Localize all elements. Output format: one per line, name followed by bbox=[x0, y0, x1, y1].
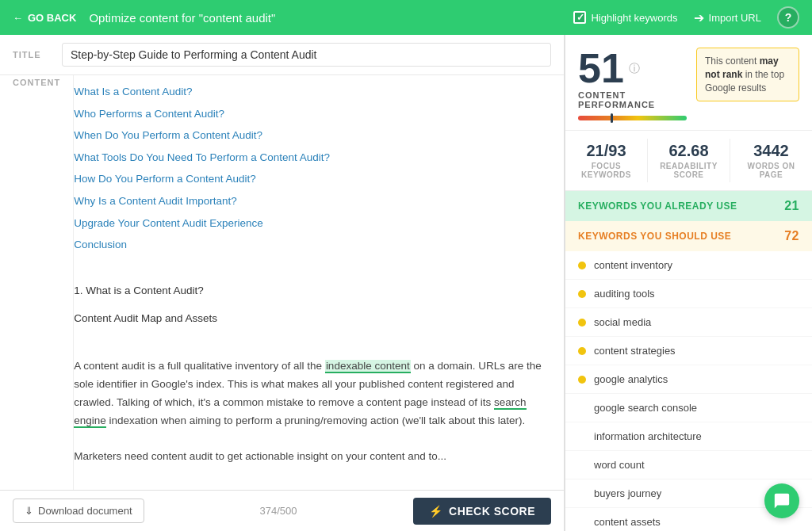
performance-panel: 51 ⓘ CONTENT PERFORMANCE This content ma… bbox=[565, 35, 812, 531]
keyword-dot bbox=[578, 347, 586, 355]
keyword-item: content strategies bbox=[565, 337, 812, 365]
keyword-dot bbox=[578, 404, 586, 412]
keyword-dot bbox=[578, 518, 586, 526]
import-url-button[interactable]: ➔ Import URL bbox=[694, 10, 761, 25]
keyword-item: word count bbox=[565, 451, 812, 479]
info-icon: ⓘ bbox=[629, 63, 640, 74]
question-mark-icon: ? bbox=[785, 11, 792, 24]
title-input[interactable] bbox=[62, 43, 551, 67]
keyword-text: buyers journey bbox=[594, 487, 661, 499]
content-field-label: CONTENT bbox=[0, 75, 73, 490]
download-icon: ⇓ bbox=[25, 505, 33, 517]
page-title: Optimize content for "content audit" bbox=[89, 11, 561, 25]
content-line: What Is a Content Audit? bbox=[74, 83, 554, 101]
stat-words: 3442 WORDS ON PAGE bbox=[730, 139, 812, 182]
words-label: WORDS ON PAGE bbox=[737, 162, 806, 179]
keywords-already-count: 21 bbox=[784, 199, 799, 213]
keyword-text: auditing tools bbox=[594, 288, 655, 300]
content-line: When Do You Perform a Content Audit? bbox=[74, 127, 554, 144]
download-label: Download document bbox=[38, 505, 132, 517]
app-header: ← GO BACK Optimize content for "content … bbox=[0, 0, 812, 35]
check-score-label: CHECK SCORE bbox=[449, 505, 535, 518]
header-actions: ✓ Highlight keywords ➔ Import URL ? bbox=[573, 6, 799, 29]
keyword-text: google search console bbox=[594, 402, 697, 414]
focus-keywords-value: 21/93 bbox=[572, 142, 641, 160]
score-indicator bbox=[611, 113, 613, 123]
score-label: CONTENT PERFORMANCE bbox=[578, 90, 687, 109]
title-field-label: TITLE bbox=[13, 50, 52, 59]
keyword-dot bbox=[578, 376, 586, 384]
keyword-item: google analytics bbox=[565, 365, 812, 394]
chat-icon bbox=[773, 492, 791, 510]
keyword-dot bbox=[578, 433, 586, 441]
import-url-label: Import URL bbox=[709, 12, 761, 24]
keyword-dot bbox=[578, 490, 586, 498]
signal-icon: ⚡ bbox=[429, 505, 443, 518]
score-warning: This content may not rank in the top Goo… bbox=[696, 48, 799, 101]
editor-panel: TITLE CONTENT What Is a Content Audit? W… bbox=[0, 35, 565, 531]
keyword-text: content assets bbox=[594, 516, 661, 528]
content-line: Upgrade Your Content Audit Experience bbox=[74, 215, 554, 232]
keyword-text: google analytics bbox=[594, 373, 668, 385]
content-line: What Tools Do You Need To Perform a Cont… bbox=[74, 149, 554, 166]
go-back-button[interactable]: ← GO BACK bbox=[13, 12, 76, 24]
keyword-text: content inventory bbox=[594, 259, 672, 271]
keyword-item: auditing tools bbox=[565, 280, 812, 308]
readability-value: 62.68 bbox=[654, 142, 723, 160]
chat-bubble-button[interactable] bbox=[764, 483, 799, 518]
word-count-display: 374/500 bbox=[154, 505, 404, 517]
words-value: 3442 bbox=[737, 142, 806, 160]
keyword-text: word count bbox=[594, 459, 645, 471]
content-line: Conclusion bbox=[74, 236, 554, 254]
score-details: 51 ⓘ CONTENT PERFORMANCE bbox=[578, 48, 687, 120]
title-prefix: Optimize content for bbox=[89, 11, 195, 25]
keyword-item: information architecture bbox=[565, 422, 812, 451]
score-value: 51 bbox=[578, 48, 624, 89]
keyword-item: google search console bbox=[565, 394, 812, 422]
keywords-should-count: 72 bbox=[784, 229, 799, 243]
content-row: CONTENT What Is a Content Audit? Who Per… bbox=[0, 75, 564, 490]
keyword-item: social media bbox=[565, 308, 812, 337]
title-keyword: "content audit" bbox=[199, 11, 276, 25]
keywords-should-title: KEYWORDS YOU SHOULD USE bbox=[578, 231, 731, 242]
keyword-text: information architecture bbox=[594, 430, 702, 442]
content-paragraph: Marketers need content audit to get acti… bbox=[74, 448, 554, 466]
keywords-should-header: KEYWORDS YOU SHOULD USE 72 bbox=[565, 221, 812, 251]
import-icon: ➔ bbox=[694, 10, 704, 25]
keywords-already-title: KEYWORDS YOU ALREADY USE bbox=[578, 201, 737, 212]
title-row: TITLE bbox=[0, 35, 564, 75]
highlight-keywords-label: Highlight keywords bbox=[591, 12, 677, 24]
score-progress-bar bbox=[578, 116, 687, 120]
keyword-dot bbox=[578, 262, 586, 269]
keywords-already-header: KEYWORDS YOU ALREADY USE 21 bbox=[565, 191, 812, 221]
download-button[interactable]: ⇓ Download document bbox=[13, 499, 144, 523]
stat-focus-keywords: 21/93 FOCUS KEYWORDS bbox=[565, 139, 648, 182]
content-paragraph: A content audit is a full qualitative in… bbox=[74, 357, 554, 430]
content-line: Content Audit Map and Assets bbox=[74, 310, 554, 327]
focus-keywords-label: FOCUS KEYWORDS bbox=[572, 162, 641, 179]
go-back-label: GO BACK bbox=[28, 12, 76, 24]
score-section: 51 ⓘ CONTENT PERFORMANCE This content ma… bbox=[565, 35, 812, 131]
score-display: 51 ⓘ bbox=[578, 48, 687, 89]
help-button[interactable]: ? bbox=[777, 6, 799, 29]
content-line: Who Performs a Content Audit? bbox=[74, 105, 554, 123]
keyword-dot bbox=[578, 461, 586, 469]
keyword-dot bbox=[578, 290, 586, 298]
readability-label: READABILITY SCORE bbox=[654, 162, 723, 179]
content-editor[interactable]: What Is a Content Audit? Who Performs a … bbox=[73, 75, 564, 490]
content-line: How Do You Perform a Content Audit? bbox=[74, 170, 554, 188]
check-score-button[interactable]: ⚡ CHECK SCORE bbox=[413, 498, 551, 525]
checkbox-icon: ✓ bbox=[573, 11, 586, 24]
keyword-item: content inventory bbox=[565, 251, 812, 280]
content-line: 1. What is a Content Audit? bbox=[74, 282, 554, 300]
highlight-keywords-toggle[interactable]: ✓ Highlight keywords bbox=[573, 11, 677, 24]
keyword-dot bbox=[578, 319, 586, 327]
stats-row: 21/93 FOCUS KEYWORDS 62.68 READABILITY S… bbox=[565, 131, 812, 191]
arrow-left-icon: ← bbox=[13, 12, 23, 24]
stat-readability: 62.68 READABILITY SCORE bbox=[648, 139, 730, 182]
bottom-bar: ⇓ Download document 374/500 ⚡ CHECK SCOR… bbox=[0, 490, 564, 531]
keyword-text: social media bbox=[594, 316, 651, 328]
keyword-text: content strategies bbox=[594, 345, 676, 357]
keywords-already-section: KEYWORDS YOU ALREADY USE 21 bbox=[565, 191, 812, 221]
main-layout: TITLE CONTENT What Is a Content Audit? W… bbox=[0, 35, 812, 531]
